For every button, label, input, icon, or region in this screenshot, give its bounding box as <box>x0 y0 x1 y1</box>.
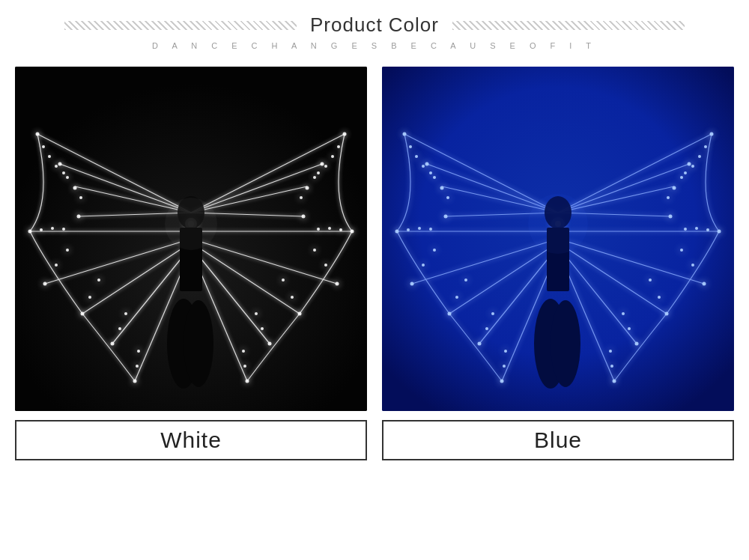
svg-point-26 <box>73 186 77 190</box>
svg-point-64 <box>282 279 285 281</box>
svg-point-32 <box>62 228 65 231</box>
svg-point-107 <box>395 230 399 234</box>
svg-point-137 <box>703 282 706 286</box>
svg-point-102 <box>425 162 429 166</box>
white-product-card: White <box>15 67 367 460</box>
svg-point-144 <box>628 327 631 330</box>
svg-point-135 <box>695 227 698 230</box>
svg-point-103 <box>433 176 436 179</box>
svg-point-66 <box>261 327 264 330</box>
svg-point-122 <box>504 350 507 353</box>
svg-point-125 <box>698 155 701 158</box>
svg-point-25 <box>66 176 69 179</box>
svg-point-120 <box>500 380 504 383</box>
svg-point-105 <box>446 196 449 199</box>
svg-point-127 <box>684 171 687 174</box>
svg-point-54 <box>302 215 306 219</box>
svg-point-43 <box>136 365 139 368</box>
svg-point-63 <box>291 296 294 299</box>
svg-point-114 <box>448 312 452 316</box>
svg-point-61 <box>313 249 316 252</box>
svg-point-112 <box>422 264 425 267</box>
svg-point-101 <box>429 171 432 174</box>
svg-point-62 <box>298 312 302 316</box>
svg-point-22 <box>55 165 58 168</box>
white-color-label: White <box>15 420 367 460</box>
svg-point-117 <box>478 342 482 346</box>
svg-point-23 <box>62 171 65 174</box>
svg-point-21 <box>48 155 51 158</box>
svg-point-35 <box>66 249 69 252</box>
svg-point-98 <box>409 145 412 148</box>
svg-point-42 <box>133 380 137 383</box>
svg-point-133 <box>718 230 721 234</box>
svg-point-108 <box>407 228 410 231</box>
page-header: Product Color D A N C E C H A N G E S B … <box>15 13 734 50</box>
left-divider <box>64 21 297 30</box>
svg-point-45 <box>343 133 347 136</box>
svg-point-113 <box>433 249 436 252</box>
svg-point-55 <box>351 230 354 234</box>
svg-point-124 <box>704 145 707 148</box>
svg-point-146 <box>613 380 616 383</box>
svg-point-143 <box>635 342 639 346</box>
title-row: Product Color <box>15 13 734 37</box>
svg-point-145 <box>622 312 625 315</box>
svg-point-46 <box>337 145 340 148</box>
svg-point-56 <box>339 228 342 231</box>
svg-point-130 <box>673 186 676 190</box>
svg-point-65 <box>268 342 272 346</box>
page-container: Product Color D A N C E C H A N G E S B … <box>0 0 749 560</box>
svg-point-106 <box>444 215 448 219</box>
blue-wings-svg <box>382 67 734 411</box>
svg-point-99 <box>415 155 418 158</box>
svg-point-38 <box>97 279 100 281</box>
right-divider <box>452 21 685 30</box>
svg-point-128 <box>688 162 691 166</box>
svg-point-29 <box>28 230 32 234</box>
svg-point-60 <box>324 264 327 267</box>
svg-point-147 <box>610 365 613 368</box>
blue-color-label: Blue <box>382 420 734 460</box>
svg-point-28 <box>77 215 81 219</box>
svg-point-34 <box>55 264 58 267</box>
svg-point-138 <box>691 264 694 267</box>
svg-point-41 <box>124 312 127 315</box>
svg-point-48 <box>324 165 327 168</box>
svg-point-69 <box>243 365 246 368</box>
svg-point-139 <box>680 249 683 252</box>
svg-point-136 <box>684 228 687 231</box>
svg-point-57 <box>328 227 331 230</box>
svg-point-31 <box>51 227 54 230</box>
svg-point-140 <box>665 312 669 316</box>
svg-point-19 <box>36 133 40 136</box>
svg-point-33 <box>43 282 47 286</box>
svg-point-148 <box>609 350 612 353</box>
svg-point-44 <box>137 350 140 353</box>
svg-point-59 <box>336 282 339 286</box>
svg-point-58 <box>317 228 320 231</box>
white-wings-background <box>15 67 367 411</box>
svg-point-110 <box>429 228 432 231</box>
svg-point-155 <box>528 194 588 254</box>
svg-point-118 <box>485 327 488 330</box>
svg-point-50 <box>321 162 324 166</box>
svg-point-51 <box>313 176 316 179</box>
svg-point-154 <box>551 300 580 387</box>
page-subtitle: D A N C E C H A N G E S B E C A U S E O … <box>152 41 597 50</box>
white-product-image <box>15 67 367 411</box>
svg-point-121 <box>503 365 506 368</box>
svg-point-119 <box>491 312 494 315</box>
svg-point-132 <box>669 215 673 219</box>
svg-point-27 <box>79 196 82 199</box>
blue-product-card: Blue <box>382 67 734 460</box>
svg-point-100 <box>422 165 425 168</box>
svg-point-129 <box>680 176 683 179</box>
svg-point-109 <box>418 227 421 230</box>
svg-point-30 <box>40 228 43 231</box>
svg-point-47 <box>331 155 334 158</box>
svg-point-49 <box>317 171 320 174</box>
svg-point-76 <box>184 300 213 387</box>
svg-point-126 <box>691 165 694 168</box>
blue-wings-background <box>382 67 734 411</box>
